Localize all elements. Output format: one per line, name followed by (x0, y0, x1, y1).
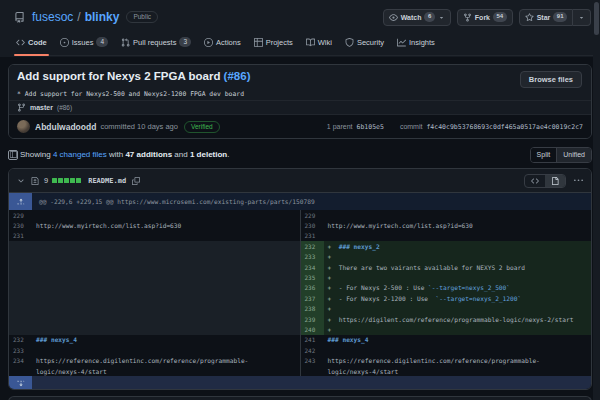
commit-meta-row: Abdulwadoodd committed 10 days ago Verif… (9, 114, 591, 138)
unified-view-button[interactable]: Unified (556, 148, 591, 162)
shield-icon (345, 38, 354, 47)
scrollbar-thumb[interactable] (594, 2, 599, 35)
diff-row: 234+ There are two vairants available fo… (9, 262, 591, 272)
file-diff-card: 9 README.md @@ -229,6 +229,15 @@ https:/… (8, 168, 592, 390)
parent-sha-link[interactable]: 6b105e5 (356, 123, 383, 131)
diff-row: 230 http://www.myirtech.com/list.asp?id=… (9, 220, 591, 230)
line-number[interactable]: 229 (9, 210, 32, 220)
line-number[interactable]: 231 (301, 231, 324, 241)
split-view-button[interactable]: Split (531, 148, 557, 162)
code-line: + There are two vairants available for N… (324, 262, 592, 272)
code-line: http://www.myirtech.com/list.asp?id=630 (32, 220, 300, 230)
hunk-header-row: @@ -229,6 +229,15 @@ https://www.microse… (9, 193, 591, 210)
diff-row: 240+ (9, 324, 591, 334)
nav-tab-label: Code (28, 38, 47, 47)
expand-hunk-down-button[interactable] (9, 376, 32, 389)
line-number[interactable]: 230 (301, 220, 324, 230)
next-file-card-partial (8, 396, 592, 400)
line-number[interactable]: 234 (301, 262, 324, 272)
diffstat-block-added (70, 178, 75, 183)
code-line: + https://digilent.com/reference/program… (324, 314, 592, 324)
repo-icon (14, 12, 25, 23)
pr-icon (121, 38, 130, 47)
line-number[interactable]: 233 (301, 252, 324, 262)
expand-hunk-up-button[interactable] (9, 193, 32, 210)
line-number[interactable]: 237 (301, 293, 324, 303)
code-line (32, 345, 300, 355)
branch-pr-ref[interactable]: (#86) (57, 104, 72, 111)
parent-label: 1 parent (327, 123, 353, 130)
watch-count: 6 (424, 12, 434, 22)
commit-label: commit (400, 123, 423, 130)
source-view-button[interactable] (525, 175, 545, 187)
nav-tab-issues[interactable]: Issues4 (58, 32, 110, 55)
commit-pr-link[interactable]: (#86) (224, 70, 251, 82)
code-line: + (324, 252, 592, 262)
code-line (32, 210, 300, 220)
diff-row: 229 229 (9, 210, 591, 220)
line-number[interactable]: 233 (9, 345, 32, 355)
file-name-link[interactable]: README.md (88, 177, 126, 185)
verified-badge[interactable]: Verified (184, 121, 220, 133)
file-options-kebab-icon[interactable] (574, 176, 583, 185)
line-number[interactable]: 240 (301, 324, 324, 334)
line-number[interactable]: 231 (9, 231, 32, 241)
rendered-view-button[interactable] (545, 175, 565, 187)
repo-owner-link[interactable]: fusesoc (32, 10, 73, 24)
star-icon (525, 13, 534, 22)
diff-row: 239+ https://digilent.com/reference/prog… (9, 314, 591, 324)
diff-row: 238+ (9, 304, 591, 314)
nav-tab-pull-requests[interactable]: Pull requests3 (119, 32, 193, 55)
line-number[interactable]: 236 (301, 283, 324, 293)
star-count: 91 (553, 12, 567, 22)
browse-files-button[interactable]: Browse files (520, 71, 582, 88)
scrollbar-track[interactable] (593, 0, 600, 400)
code-line: + (324, 304, 592, 314)
split-diff-table: 229 229 230 http://www.myirtech.com/list… (9, 210, 591, 376)
nav-tab-projects[interactable]: Projects (252, 32, 295, 55)
nav-tab-code[interactable]: Code (14, 32, 49, 55)
nav-tab-label: Pull requests (133, 38, 176, 47)
repo-actions: Watch 6 Fork 54 Star 91 (383, 9, 591, 26)
code-line: + (324, 324, 592, 334)
line-number[interactable]: 241 (301, 335, 324, 345)
fork-button[interactable]: Fork 54 (457, 9, 513, 26)
diff-row: 235+ (9, 272, 591, 282)
line-number[interactable]: 239 (301, 314, 324, 324)
changed-files-link[interactable]: 4 changed files (53, 150, 107, 159)
line-number[interactable] (9, 366, 32, 376)
nav-tab-actions[interactable]: Actions (202, 32, 243, 55)
code-line (324, 210, 592, 220)
collapse-file-chevron-icon[interactable] (17, 177, 25, 185)
line-number[interactable]: 238 (301, 304, 324, 314)
branch-name[interactable]: master (30, 104, 53, 111)
line-number[interactable]: 232 (301, 241, 324, 251)
nav-tab-security[interactable]: Security (343, 32, 386, 55)
file-tree-toggle-button[interactable] (8, 150, 18, 160)
star-split-button: Star 91 (519, 9, 591, 26)
line-number[interactable]: 232 (9, 335, 32, 345)
repo-name-link[interactable]: blinky (85, 10, 120, 24)
watch-button[interactable]: Watch 6 (383, 9, 451, 26)
author-name[interactable]: Abdulwadoodd (35, 122, 96, 132)
code-line: + - For Nexys 2-500 : Use `--target=nexy… (324, 283, 592, 293)
author-avatar[interactable] (17, 120, 30, 133)
line-number[interactable]: 242 (301, 345, 324, 355)
committed-time-text: committed 10 days ago (100, 122, 178, 131)
star-button[interactable]: Star 91 (519, 9, 573, 26)
code-line: ### nexys_4 (32, 335, 300, 345)
line-number[interactable] (301, 366, 324, 376)
line-number[interactable]: 234 (9, 355, 32, 365)
star-caret-button[interactable] (573, 9, 591, 26)
line-number[interactable]: 235 (301, 272, 324, 282)
commit-description: * Add support for Nexys2-500 and Nexys2-… (17, 90, 582, 98)
line-number[interactable]: 229 (301, 210, 324, 220)
nav-tab-label: Actions (216, 38, 241, 47)
nav-tab-wiki[interactable]: Wiki (304, 32, 334, 55)
nav-tab-insights[interactable]: Insights (395, 32, 437, 55)
code-line (324, 345, 592, 355)
code-line: + (324, 272, 592, 282)
copy-path-icon[interactable] (132, 177, 140, 185)
line-number[interactable]: 243 (301, 355, 324, 365)
line-number[interactable]: 230 (9, 220, 32, 230)
